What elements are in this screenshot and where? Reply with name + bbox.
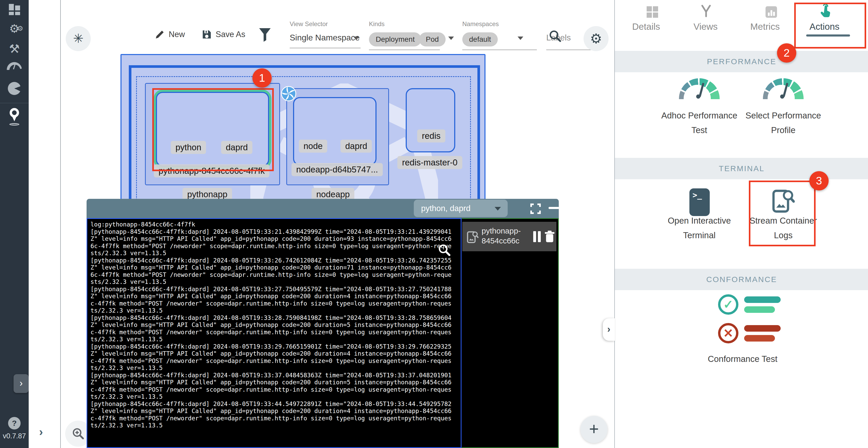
- secondary-sidebar: [29, 0, 61, 448]
- kanvas-pin-icon[interactable]: [10, 108, 19, 117]
- log-line: [pythonapp-8454cc66c-4f7fk:daprd] 2024-0…: [91, 286, 461, 293]
- terminal-body: log:pythonapp-8454cc66c-4f7fk[pythonapp-…: [87, 218, 559, 448]
- pod-redis[interactable]: [406, 88, 455, 152]
- log-line: c-4f7fk method="POST /neworder" scope=da…: [91, 386, 461, 393]
- section-terminal: TERMINAL: [615, 158, 868, 179]
- pod-label: redis-master-0: [397, 156, 462, 169]
- new-button[interactable]: New: [155, 29, 185, 40]
- sidebar-divider: [0, 103, 29, 103]
- log-line: [pythonapp-8454cc66c-4f7fk:daprd] 2024-0…: [91, 315, 461, 322]
- pod-label: nodeapp-d64b5747...: [291, 163, 383, 176]
- log-line: [pythonapp-8454cc66c-4f7fk:daprd] 2024-0…: [91, 257, 461, 264]
- log-output[interactable]: log:pythonapp-8454cc66c-4f7fk[pythonapp-…: [87, 218, 462, 448]
- annotation-step-2: 2: [777, 43, 796, 63]
- stream-logs-tab-icon: [466, 230, 479, 244]
- terminal-header[interactable]: python, daprd: [87, 199, 559, 218]
- container-select-dropdown[interactable]: python, daprd: [414, 200, 508, 217]
- pod-nodeapp[interactable]: [293, 97, 376, 166]
- lifecycle-gears-icon[interactable]: ⚙: [0, 23, 29, 34]
- terminal-tab-pythonapp[interactable]: pythonapp-8454cc66c: [462, 222, 556, 251]
- namespace-chip-default[interactable]: default: [462, 32, 498, 47]
- canvas-toolbar: ✳ New Save As View Selector Single Names…: [61, 0, 614, 55]
- log-line: sts/2.32.3 ver=1.13.5: [91, 250, 461, 257]
- app-version: v0.7.87: [0, 432, 29, 440]
- namespaces-underline: [462, 50, 537, 50]
- panel-collapse-chevron[interactable]: ›: [603, 318, 615, 341]
- log-line: ts/2.32.3 ver=1.13.5: [91, 393, 461, 400]
- x-circle-icon: ✕: [718, 323, 738, 344]
- kinds-label: Kinds: [369, 20, 384, 28]
- log-line: c-4f7fk method="POST /neworder" scope=da…: [91, 300, 461, 307]
- namespaces-label: Namespaces: [462, 20, 499, 28]
- tab-views[interactable]: Views: [676, 0, 735, 51]
- minimize-icon[interactable]: [549, 207, 559, 209]
- fail-bars-icon: [744, 325, 781, 341]
- container-label: node: [299, 140, 327, 153]
- select-profile-gauge-icon[interactable]: [763, 78, 804, 99]
- log-line: Z" level=info msg="HTTP API Called" app_…: [91, 264, 461, 271]
- log-line: Z" level=info msg="HTTP API Called" app_…: [91, 350, 461, 357]
- views-icon: [700, 5, 712, 18]
- tab-label-line2: 8454cc66c: [482, 236, 519, 245]
- kanvas-operator-app: ⚙ ⚙ ⚒ › ? v0.7.87 WA ›: [0, 0, 868, 448]
- log-line: c-4f7fk method="POST /neworder" scope=da…: [91, 329, 461, 336]
- log-line: [pythonapp-8454cc66c-4f7fk:daprd] 2024-0…: [91, 372, 461, 379]
- select-performance-profile-action[interactable]: Select PerformanceProfile: [728, 108, 838, 138]
- container-select-value: python, daprd: [421, 204, 471, 213]
- performance-gauge-icon[interactable]: [7, 62, 22, 70]
- delete-tab-icon[interactable]: [544, 230, 556, 243]
- save-as-button[interactable]: Save As: [202, 29, 245, 40]
- metrics-icon: [766, 6, 777, 18]
- conformance-test-action[interactable]: Conformance Test: [688, 352, 797, 366]
- tab-views-label: Views: [676, 21, 735, 32]
- open-terminal-icon[interactable]: >_: [689, 188, 710, 216]
- secondary-expand-chevron-icon[interactable]: ›: [39, 425, 43, 438]
- log-line: c-4f7fk method="POST /neworder" scope=da…: [91, 357, 461, 365]
- add-node-button[interactable]: +: [580, 416, 608, 443]
- filter-icon[interactable]: [258, 28, 272, 42]
- log-line: Z" level=info msg="HTTP API Called" app_…: [91, 322, 461, 329]
- meshery-fab-button[interactable]: ✳: [66, 26, 91, 51]
- labels-underline: [546, 50, 593, 50]
- view-selector-label: View Selector: [290, 20, 328, 28]
- log-line: Z" level=info msg="HTTP API Called" app_…: [91, 293, 461, 300]
- help-button[interactable]: ?: [8, 417, 21, 429]
- search-icon[interactable]: [548, 29, 562, 43]
- log-line: Z" level=info msg="HTTP API Called" app_…: [91, 408, 461, 415]
- dashboard-icon[interactable]: [9, 4, 20, 16]
- log-line: sts/2.32.3 ver=1.13.5: [91, 278, 461, 286]
- view-selector-value[interactable]: Single Namespace: [290, 33, 360, 42]
- log-line: c-4f7fk method="POST /neworder" scope=da…: [91, 415, 461, 422]
- adhoc-performance-gauge-icon[interactable]: [679, 78, 720, 99]
- tab-details-label: Details: [616, 21, 676, 32]
- log-line: Z" level=info msg="HTTP API Called" app_…: [91, 235, 461, 243]
- section-performance: PERFORMANCE: [615, 51, 868, 72]
- log-line: Z" level=info msg="HTTP API Called" app_…: [91, 379, 461, 386]
- details-icon: [647, 6, 659, 18]
- kinds-caret-icon[interactable]: [448, 36, 454, 40]
- view-selector-caret-icon[interactable]: [353, 36, 359, 40]
- configuration-tools-icon[interactable]: ⚒: [0, 42, 29, 56]
- kind-chip-pod[interactable]: Pod: [419, 32, 445, 47]
- log-line: [pythonapp-8454cc66c-4f7fk:daprd] 2024-0…: [91, 228, 461, 236]
- namespaces-caret-icon[interactable]: [518, 36, 523, 40]
- log-terminal-window: python, daprd log:pythonapp-8454cc66c-4f…: [87, 199, 559, 448]
- log-line: ts/2.32.3 ver=1.13.5: [91, 364, 461, 372]
- kinds-underline: [369, 50, 440, 50]
- terminal-tab-strip: pythonapp-8454cc66c: [462, 218, 559, 448]
- tab-details[interactable]: Details: [616, 0, 676, 51]
- tab-metrics-label: Metrics: [735, 21, 795, 32]
- log-line: log:pythonapp-8454cc66c-4f7fk: [91, 221, 461, 228]
- fullscreen-icon[interactable]: [530, 203, 541, 214]
- log-line: ts/2.32.3 ver=1.13.5: [91, 307, 461, 315]
- dapr-badge-icon[interactable]: [281, 86, 296, 101]
- container-label: redis: [417, 129, 445, 143]
- settings-gear-button[interactable]: ⚙: [584, 26, 609, 51]
- section-conformance: CONFORMANCE: [615, 269, 868, 290]
- kind-chip-deployment[interactable]: Deployment: [369, 32, 421, 47]
- new-button-label: New: [169, 30, 185, 39]
- kanvas-pin-base-icon: [9, 123, 19, 125]
- sidebar-expand-handle[interactable]: ›: [13, 374, 29, 393]
- mesh-icon[interactable]: [8, 82, 21, 95]
- pause-stream-icon[interactable]: [533, 231, 541, 242]
